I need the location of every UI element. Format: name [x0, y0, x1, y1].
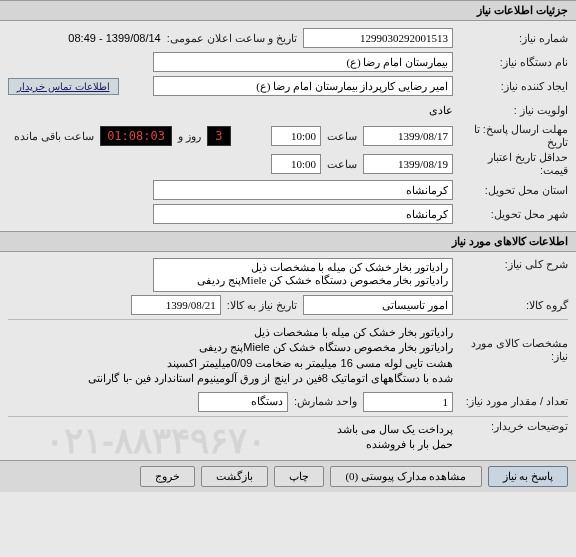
goods-date-input[interactable] [131, 295, 221, 315]
device-name-label: نام دستگاه نیاز: [453, 56, 568, 69]
back-button[interactable]: بازگشت [201, 466, 268, 487]
need-details-form: شماره نیاز: تاریخ و ساعت اعلان عمومی: 13… [0, 21, 576, 231]
goods-spec-text: رادیاتور بخار خشک کن میله با مشخصات ذیلر… [8, 323, 453, 389]
need-number-label: شماره نیاز: [453, 32, 568, 45]
delivery-state-label: استان محل تحویل: [453, 184, 568, 197]
buyer-contact-button[interactable]: اطلاعات تماس خریدار [8, 78, 119, 95]
print-button[interactable]: چاپ [274, 466, 324, 487]
remaining-label: ساعت باقی مانده [8, 130, 100, 143]
response-deadline-label: مهلت ارسال پاسخ: تا تاریخ [453, 123, 568, 149]
delivery-city-input[interactable] [153, 204, 453, 224]
general-desc-textarea[interactable] [153, 258, 453, 292]
general-desc-label: شرح کلی نیاز: [453, 258, 568, 271]
unit-label: واحد شمارش: [288, 395, 363, 408]
unit-input[interactable] [198, 392, 288, 412]
priority-label: اولویت نیاز : [453, 104, 568, 117]
public-date-label: تاریخ و ساعت اعلان عمومی: [161, 32, 303, 45]
action-bar: پاسخ به نیاز مشاهده مدارک پیوستی (0) چاپ… [0, 460, 576, 492]
time-label-2: ساعت [321, 158, 363, 171]
attachments-button[interactable]: مشاهده مدارک پیوستی (0) [330, 466, 481, 487]
response-time-input[interactable] [271, 126, 321, 146]
response-date-input[interactable] [363, 126, 453, 146]
buyer-notes-text: پرداخت یک سال می باشدحمل بار با فروشنده [337, 420, 453, 455]
goods-group-label: گروه کالا: [453, 299, 568, 312]
goods-info-form: شرح کلی نیاز: گروه کالا: تاریخ نیاز به ک… [0, 252, 576, 460]
device-name-input[interactable] [153, 52, 453, 72]
days-remaining: 3 [207, 126, 231, 146]
goods-date-label: تاریخ نیاز به کالا: [221, 299, 303, 312]
need-number-input[interactable] [303, 28, 453, 48]
countdown-timer: 01:08:03 [100, 126, 172, 146]
public-date-value: 1399/08/14 - 08:49 [68, 32, 160, 44]
qty-label: تعداد / مقدار مورد نیاز: [453, 395, 568, 408]
time-label-1: ساعت [321, 130, 363, 143]
section-header-need-details: جزئیات اطلاعات نیاز [0, 0, 576, 21]
buyer-notes-label: توضیحات خریدار: [453, 420, 568, 433]
delivery-state-input[interactable] [153, 180, 453, 200]
price-validity-date-input[interactable] [363, 154, 453, 174]
delivery-city-label: شهر محل تحویل: [453, 208, 568, 221]
days-label: روز و [172, 130, 207, 143]
respond-button[interactable]: پاسخ به نیاز [488, 466, 569, 487]
exit-button[interactable]: خروج [140, 466, 195, 487]
section-header-goods-info: اطلاعات کالاهای مورد نیاز [0, 231, 576, 252]
qty-input[interactable] [363, 392, 453, 412]
creator-label: ایجاد کننده نیاز: [453, 80, 568, 93]
goods-spec-label: مشخصات کالای مورد نیاز: [453, 323, 568, 363]
goods-group-input[interactable] [303, 295, 453, 315]
divider-2 [8, 416, 568, 417]
price-validity-time-input[interactable] [271, 154, 321, 174]
divider [8, 319, 568, 320]
price-validity-label: حداقل تاریخ اعتبار قیمت: [453, 151, 568, 177]
priority-value: عادی [429, 104, 453, 117]
creator-input[interactable] [153, 76, 453, 96]
